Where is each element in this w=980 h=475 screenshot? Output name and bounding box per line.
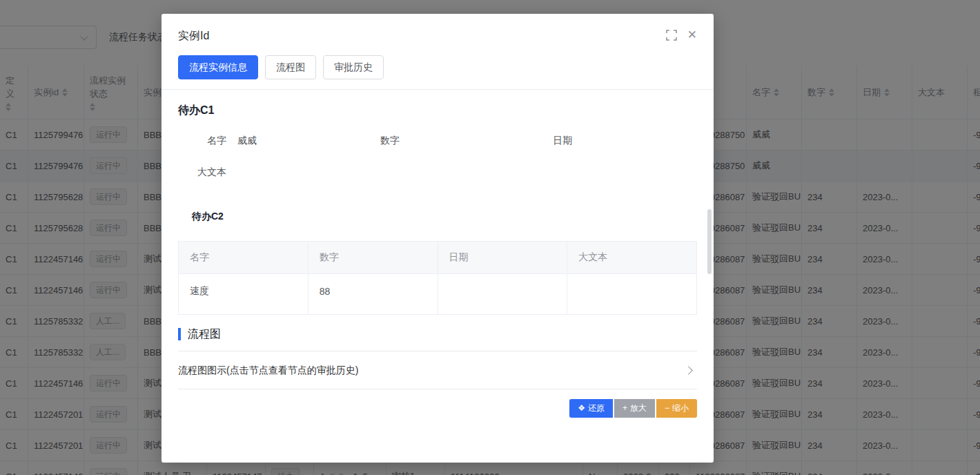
form-field-label: 大文本 — [178, 166, 237, 179]
zoom-button-group: ❖还原+放大−缩小 — [178, 399, 697, 418]
form-field: 名字威威 — [178, 135, 351, 147]
todo-c2-column-header: 大文本 — [567, 241, 697, 273]
todo-c2-cell: 速度 — [179, 273, 308, 314]
button-label: 缩小 — [672, 403, 689, 414]
chevron-right-icon — [684, 366, 693, 375]
minus-icon: − — [665, 404, 669, 412]
还原-button[interactable]: ❖还原 — [569, 399, 613, 418]
tab-审批历史[interactable]: 审批历史 — [323, 55, 384, 79]
todo-c2-cell — [567, 273, 697, 314]
button-label: 放大 — [630, 403, 647, 414]
todo-c2-column-header: 日期 — [438, 241, 567, 273]
plus-icon: + — [623, 404, 627, 412]
form-field-label: 日期 — [524, 135, 583, 147]
todo-c1-form: 名字威威数字日期大文本 — [178, 135, 697, 179]
form-field-value: 威威 — [237, 135, 257, 147]
form-field: 大文本 — [178, 166, 351, 179]
缩小-button[interactable]: −缩小 — [656, 399, 697, 418]
fullscreen-icon[interactable] — [666, 30, 677, 41]
form-field-label: 名字 — [178, 135, 237, 147]
todo-c2-cell — [438, 273, 567, 314]
todo-c2-header-row: 名字数字日期大文本 — [179, 241, 697, 273]
form-field: 日期 — [524, 135, 697, 147]
tab-流程图[interactable]: 流程图 — [265, 55, 316, 79]
instance-detail-modal: 实例Id ✕ 流程实例信息流程图审批历史 待办C1 名字威威数字日期大文本 待办… — [161, 14, 714, 463]
modal-title: 实例Id — [178, 29, 209, 43]
section-title-todo-c2: 待办C2 — [192, 211, 697, 223]
modal-scrollbar-thumb[interactable] — [707, 209, 712, 274]
todo-c2-row: 速度88 — [179, 273, 697, 314]
modal-tabs: 流程实例信息流程图审批历史 — [161, 43, 714, 90]
section-accent-bar — [178, 328, 181, 340]
todo-c2-table: 名字数字日期大文本 速度88 — [178, 241, 697, 315]
form-field-label: 数字 — [351, 135, 411, 147]
form-field: 数字 — [351, 135, 525, 147]
tab-流程实例信息[interactable]: 流程实例信息 — [178, 55, 258, 79]
flowchart-collapse-label: 流程图图示(点击节点查看节点的审批历史) — [178, 365, 358, 377]
flowchart-section-title: 流程图 — [188, 327, 221, 342]
flowchart-collapse-row[interactable]: 流程图图示(点击节点查看节点的审批历史) — [178, 351, 697, 389]
modal-header: 实例Id ✕ — [161, 14, 714, 43]
todo-c2-column-header: 名字 — [179, 241, 308, 273]
modal-body: 待办C1 名字威威数字日期大文本 待办C2 名字数字日期大文本 速度88 流程图… — [161, 90, 714, 418]
restore-icon: ❖ — [578, 404, 585, 412]
todo-c2-column-header: 数字 — [308, 241, 438, 273]
放大-button[interactable]: +放大 — [614, 399, 655, 418]
button-label: 还原 — [588, 403, 605, 414]
todo-c2-cell: 88 — [308, 273, 438, 314]
flowchart-section-header: 流程图 — [178, 327, 697, 351]
section-title-todo-c1: 待办C1 — [178, 104, 697, 118]
close-icon[interactable]: ✕ — [687, 29, 697, 41]
